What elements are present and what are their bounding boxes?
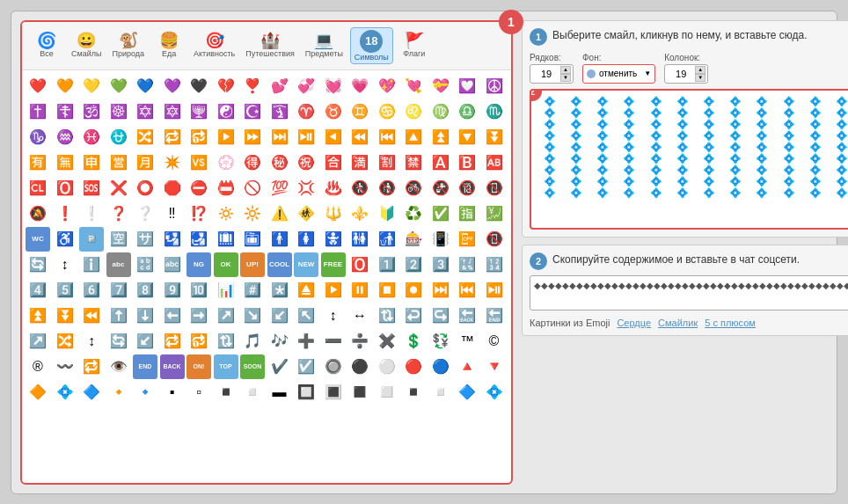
emoji-cell[interactable]: ↕️ bbox=[79, 329, 104, 354]
emoji-cell[interactable]: ↗️ bbox=[214, 303, 238, 328]
emoji-cell[interactable]: ⏩ bbox=[240, 125, 265, 150]
emoji-cell[interactable]: ⏸️ bbox=[347, 278, 372, 303]
emoji-cell[interactable]: ◀️ bbox=[321, 125, 346, 150]
emoji-cell[interactable]: ❔ bbox=[133, 201, 157, 226]
emoji-cell[interactable]: 🚻 bbox=[347, 227, 372, 252]
emoji-cell[interactable]: ↩️ bbox=[401, 303, 426, 328]
emoji-cell[interactable]: 📴 bbox=[455, 227, 479, 252]
emoji-cell[interactable]: ◾ bbox=[214, 380, 238, 405]
emoji-cell[interactable]: 🈺 bbox=[106, 150, 131, 175]
emoji-cell[interactable]: ™️ bbox=[455, 329, 479, 354]
emoji-cell[interactable]: 🔀 bbox=[133, 125, 157, 150]
emoji-cell[interactable]: ⛎ bbox=[106, 125, 131, 150]
emoji-free-btn[interactable]: FREE bbox=[321, 252, 346, 277]
emoji-cell[interactable]: ↖️ bbox=[294, 303, 318, 328]
emoji-on-btn[interactable]: ON! bbox=[186, 354, 211, 379]
emoji-cell[interactable]: ♏ bbox=[482, 99, 507, 124]
emoji-cell[interactable]: ☑️ bbox=[294, 354, 318, 379]
emoji-cell[interactable]: ♋ bbox=[375, 99, 399, 124]
emoji-cell[interactable]: 🆑 bbox=[26, 176, 50, 201]
emoji-cell[interactable]: 🚮 bbox=[375, 227, 399, 252]
emoji-cell[interactable]: 🚼 bbox=[321, 227, 346, 252]
emoji-cell[interactable]: 8️⃣ bbox=[133, 278, 157, 303]
emoji-cell[interactable]: ⏬ bbox=[482, 125, 507, 150]
emoji-cell[interactable]: 🔻 bbox=[482, 354, 507, 379]
emoji-cell[interactable]: ♓ bbox=[79, 125, 104, 150]
emoji-cell[interactable]: ◼️ bbox=[347, 380, 372, 405]
emoji-cell[interactable]: ♊ bbox=[347, 99, 372, 124]
emoji-cell[interactable]: 🚯 bbox=[375, 176, 399, 201]
emoji-cell[interactable]: 🅾️ bbox=[53, 176, 77, 201]
emoji-cell[interactable]: ♈ bbox=[294, 99, 318, 124]
emoji-cell[interactable]: ℹ️ bbox=[79, 252, 104, 277]
emoji-cell[interactable]: 📵 bbox=[482, 227, 507, 252]
emoji-cell[interactable]: 🆘 bbox=[79, 176, 104, 201]
emoji-cell[interactable]: 📳 bbox=[428, 227, 453, 252]
emoji-wc-btn[interactable]: WC bbox=[26, 227, 50, 252]
emoji-cell[interactable]: ❕ bbox=[79, 201, 104, 226]
emoji-cell[interactable]: 🔸 bbox=[106, 380, 131, 405]
emoji-cell[interactable]: ♎ bbox=[455, 99, 479, 124]
emoji-cell[interactable]: 🔳 bbox=[321, 380, 346, 405]
emoji-cell[interactable]: 〰️ bbox=[53, 354, 77, 379]
emoji-cell[interactable]: ➡️ bbox=[186, 303, 211, 328]
emoji-cell[interactable]: 💞 bbox=[294, 74, 318, 99]
emoji-p-btn[interactable]: 🅿️ bbox=[79, 227, 104, 252]
emoji-cell[interactable]: 🛃 bbox=[186, 227, 211, 252]
emoji-cell[interactable]: ◽ bbox=[240, 380, 265, 405]
emoji-cell[interactable]: ☯️ bbox=[214, 99, 238, 124]
emoji-cell[interactable]: 🔃 bbox=[214, 329, 238, 354]
emoji-cell[interactable]: 💠 bbox=[482, 380, 507, 405]
emoji-cell[interactable]: 6️⃣ bbox=[79, 278, 104, 303]
emoji-cell[interactable]: ⏬ bbox=[53, 303, 77, 328]
emoji-cell[interactable]: 🔹 bbox=[133, 380, 157, 405]
emoji-cell[interactable]: 💔 bbox=[214, 74, 238, 99]
emoji-cell[interactable]: 🔆 bbox=[240, 201, 265, 226]
emoji-cell[interactable]: ☦️ bbox=[53, 99, 77, 124]
emoji-cell[interactable]: 🔂 bbox=[186, 125, 211, 150]
emoji-cell[interactable]: ↙️ bbox=[267, 303, 292, 328]
emoji-cell[interactable]: 🚳 bbox=[401, 176, 426, 201]
emoji-cell[interactable]: ✴️ bbox=[160, 150, 185, 175]
emoji-cell[interactable]: #️⃣ bbox=[240, 278, 265, 303]
emoji-cell[interactable]: ⏏️ bbox=[294, 278, 318, 303]
emoji-cell[interactable]: 📵 bbox=[482, 176, 507, 201]
emoji-cell[interactable]: 💚 bbox=[106, 74, 131, 99]
link-serdce[interactable]: Сердце bbox=[617, 318, 651, 328]
emoji-cell[interactable]: 🆎 bbox=[482, 150, 507, 175]
emoji-cell[interactable]: 🛂 bbox=[160, 227, 185, 252]
emoji-cell[interactable]: ➕ bbox=[294, 329, 318, 354]
emoji-cell[interactable]: 🔚 bbox=[482, 303, 507, 328]
emoji-cell[interactable]: 🔷 bbox=[455, 380, 479, 405]
emoji-ng-btn[interactable]: NG bbox=[186, 252, 211, 277]
emoji-cell[interactable]: ♨️ bbox=[321, 176, 346, 201]
emoji-cell[interactable]: ➗ bbox=[347, 329, 372, 354]
emoji-cell[interactable]: 🔼 bbox=[401, 125, 426, 150]
emoji-cell[interactable]: ⏯️ bbox=[294, 125, 318, 150]
emoji-cell[interactable]: ❓ bbox=[106, 201, 131, 226]
emoji-cell[interactable]: 💘 bbox=[401, 74, 426, 99]
emoji-cell[interactable]: ⏮️ bbox=[375, 125, 399, 150]
emoji-cell[interactable]: 🛅 bbox=[240, 227, 265, 252]
emoji-cell[interactable]: ㊙️ bbox=[267, 150, 292, 175]
emoji-cell[interactable]: ◻️ bbox=[375, 380, 399, 405]
emoji-cell[interactable]: ↕️ bbox=[53, 252, 77, 277]
emoji-cell[interactable]: ㊗️ bbox=[294, 150, 318, 175]
emoji-cell[interactable]: 🈳 bbox=[106, 227, 131, 252]
emoji-cell[interactable]: 🈸 bbox=[79, 150, 104, 175]
emoji-cell[interactable]: 🔁 bbox=[160, 125, 185, 150]
emoji-cell[interactable]: 🔵 bbox=[428, 354, 453, 379]
emoji-cell[interactable]: 🈵 bbox=[347, 150, 372, 175]
emoji-end-btn[interactable]: END bbox=[133, 354, 157, 379]
tab-symbols[interactable]: 18 Символы bbox=[350, 27, 393, 64]
emoji-cell[interactable]: 🎶 bbox=[267, 329, 292, 354]
emoji-cell[interactable]: 🆚 bbox=[186, 150, 211, 175]
emoji-cell[interactable]: ⏫ bbox=[428, 125, 453, 150]
cols-down-btn[interactable]: ▼ bbox=[695, 74, 705, 82]
emoji-cell[interactable]: ☪️ bbox=[240, 99, 265, 124]
copy-textbox[interactable]: ◆◆◆◆◆◆◆◆◆◆◆◆◆◆◆◆◆◆◆◆◆◆◆◆◆◆◆◆◆◆◆◆◆◆◆◆◆◆◆◆… bbox=[530, 275, 848, 310]
emoji-cell[interactable]: ⚠️ bbox=[267, 201, 292, 226]
bg-dropdown-icon[interactable]: ▼ bbox=[644, 69, 651, 77]
emoji-cell[interactable]: ▪️ bbox=[160, 380, 185, 405]
rows-down-btn[interactable]: ▼ bbox=[560, 74, 571, 82]
